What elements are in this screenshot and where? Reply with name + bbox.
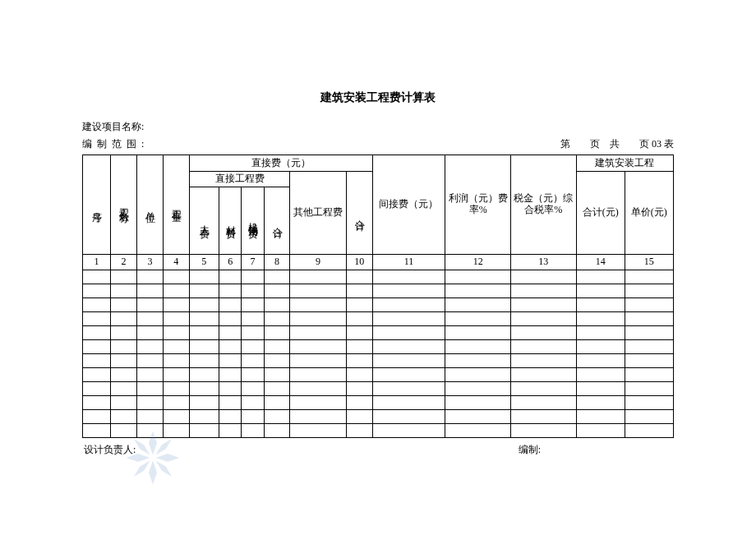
table-cell bbox=[510, 423, 576, 437]
table-cell bbox=[242, 395, 264, 409]
table-cell bbox=[625, 284, 673, 297]
table-cell bbox=[163, 284, 189, 297]
table-cell bbox=[625, 325, 673, 339]
table-cell bbox=[242, 423, 264, 437]
table-cell bbox=[510, 409, 576, 423]
table-cell bbox=[242, 367, 264, 381]
table-cell bbox=[242, 284, 264, 297]
h-install: 建筑安装工程 bbox=[576, 155, 673, 172]
table-row bbox=[83, 423, 674, 437]
table-cell bbox=[219, 353, 242, 367]
table-cell bbox=[576, 297, 625, 311]
h-project-name: 工程名称 bbox=[118, 201, 130, 207]
table-cell bbox=[163, 311, 189, 325]
table-cell bbox=[625, 423, 673, 437]
col-number: 11 bbox=[372, 254, 445, 270]
table-cell bbox=[576, 395, 625, 409]
designer-label: 设计负责人: bbox=[84, 443, 136, 457]
table-cell bbox=[242, 353, 264, 367]
col-number: 7 bbox=[242, 254, 264, 270]
h-quantity: 工程量 bbox=[170, 202, 182, 207]
table-cell bbox=[264, 284, 290, 297]
table-cell bbox=[242, 381, 264, 395]
col-number: 1 bbox=[83, 254, 111, 270]
table-cell bbox=[576, 325, 625, 339]
col-number: 15 bbox=[625, 254, 673, 270]
table-cell bbox=[445, 353, 511, 367]
table-cell bbox=[111, 284, 137, 297]
table-cell bbox=[83, 325, 111, 339]
table-cell bbox=[136, 353, 163, 367]
table-cell bbox=[346, 423, 372, 437]
table-cell bbox=[111, 353, 137, 367]
table-cell bbox=[219, 409, 242, 423]
table-row bbox=[83, 284, 674, 297]
table-cell bbox=[189, 423, 219, 437]
col-number: 3 bbox=[136, 254, 163, 270]
h-labor: 人工费 bbox=[198, 218, 210, 223]
table-cell bbox=[445, 367, 511, 381]
h-profit: 利润（元）费率% bbox=[445, 155, 511, 255]
table-cell bbox=[576, 339, 625, 353]
project-label: 建设项目名称: bbox=[82, 120, 149, 134]
table-cell bbox=[136, 409, 163, 423]
table-cell bbox=[445, 270, 511, 284]
table-cell bbox=[219, 284, 242, 297]
table-cell bbox=[290, 297, 346, 311]
table-cell bbox=[372, 270, 445, 284]
table-cell bbox=[264, 339, 290, 353]
table-cell bbox=[576, 311, 625, 325]
table-cell bbox=[290, 381, 346, 395]
table-cell bbox=[83, 381, 111, 395]
table-cell bbox=[189, 395, 219, 409]
table-cell bbox=[163, 367, 189, 381]
table-cell bbox=[219, 381, 242, 395]
table-cell bbox=[189, 381, 219, 395]
table-cell bbox=[372, 353, 445, 367]
table-cell bbox=[576, 270, 625, 284]
table-cell bbox=[445, 423, 511, 437]
table-cell bbox=[264, 311, 290, 325]
table-cell bbox=[372, 325, 445, 339]
table-cell bbox=[264, 409, 290, 423]
table-cell bbox=[510, 353, 576, 367]
table-cell bbox=[576, 423, 625, 437]
table-cell bbox=[136, 339, 163, 353]
table-cell bbox=[625, 409, 673, 423]
table-cell bbox=[372, 339, 445, 353]
table-cell bbox=[372, 311, 445, 325]
table-cell bbox=[136, 325, 163, 339]
table-cell bbox=[510, 339, 576, 353]
col-number: 9 bbox=[290, 254, 346, 270]
col-number: 14 bbox=[576, 254, 625, 270]
table-cell bbox=[219, 311, 242, 325]
table-cell bbox=[219, 395, 242, 409]
table-cell bbox=[372, 409, 445, 423]
table-cell bbox=[163, 325, 189, 339]
table-cell bbox=[290, 353, 346, 367]
table-cell bbox=[83, 367, 111, 381]
h-subtotal1: 合计 bbox=[271, 219, 283, 223]
table-cell bbox=[510, 311, 576, 325]
table-cell bbox=[83, 395, 111, 409]
table-cell bbox=[83, 339, 111, 353]
table-cell bbox=[136, 270, 163, 284]
h-indirect: 间接费（元） bbox=[372, 155, 445, 255]
table-cell bbox=[625, 297, 673, 311]
h-machine: 机械使用费 bbox=[247, 214, 259, 223]
table-cell bbox=[264, 325, 290, 339]
table-cell bbox=[290, 325, 346, 339]
table-cell bbox=[163, 409, 189, 423]
table-cell bbox=[136, 311, 163, 325]
table-cell bbox=[219, 270, 242, 284]
table-cell bbox=[510, 297, 576, 311]
table-cell bbox=[111, 409, 137, 423]
table-cell bbox=[372, 367, 445, 381]
table-cell bbox=[346, 270, 372, 284]
table-cell bbox=[189, 339, 219, 353]
table-cell bbox=[219, 297, 242, 311]
table-cell bbox=[136, 423, 163, 437]
table-cell bbox=[625, 311, 673, 325]
table-cell bbox=[111, 339, 137, 353]
table-cell bbox=[136, 284, 163, 297]
